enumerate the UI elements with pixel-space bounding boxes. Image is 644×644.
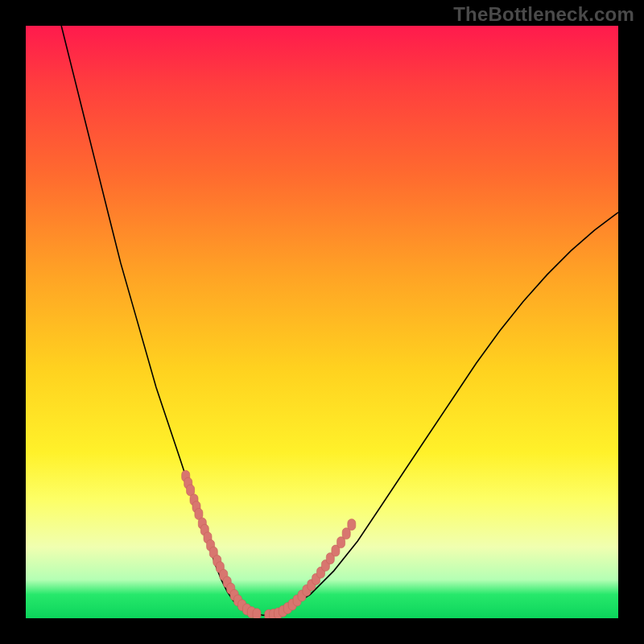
frame: TheBottleneck.com (0, 0, 644, 644)
plot-area (26, 26, 618, 618)
chart-svg (26, 26, 618, 618)
watermark-text: TheBottleneck.com (453, 3, 634, 26)
data-dot (253, 609, 261, 618)
data-dot (348, 519, 356, 530)
dot-layer (182, 470, 356, 618)
bottleneck-curve (61, 26, 618, 615)
